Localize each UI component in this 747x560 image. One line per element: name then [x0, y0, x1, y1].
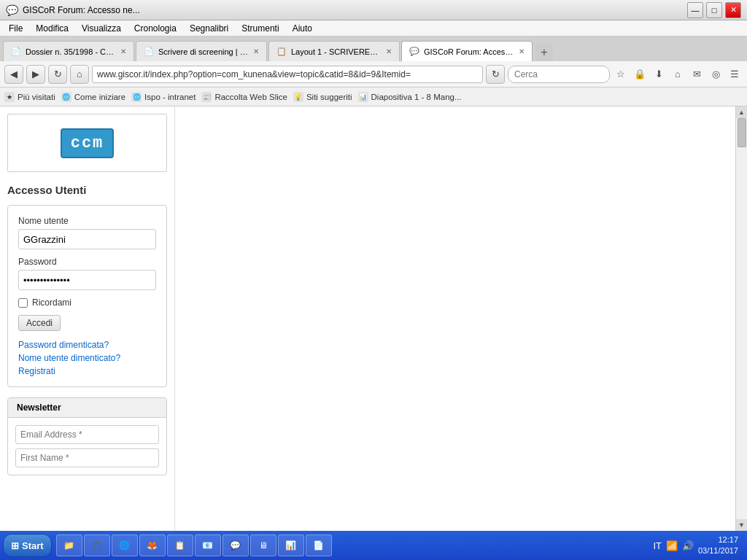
tab-2[interactable]: 📄 Scrivere di screening | Osservat... ✕	[136, 41, 267, 61]
password-input[interactable]	[18, 270, 156, 290]
clock-time: 12:17	[698, 534, 738, 545]
bookmark-siti[interactable]: 💡 Siti suggeriti	[293, 92, 352, 102]
pocket-icon[interactable]: ◎	[708, 66, 724, 82]
bookmark-ispo[interactable]: 🌐 Ispo - intranet	[131, 92, 196, 102]
menu-cronologia[interactable]: Cronologia	[128, 22, 182, 35]
bookmark-come-iniziare-label: Come iniziare	[74, 93, 125, 101]
sidebar: ccm Accesso Utenti Nome utente Password …	[0, 106, 175, 531]
bookmark-star-icon: ★	[4, 92, 15, 102]
search-input[interactable]	[508, 66, 610, 83]
bookmark-piu-visitati[interactable]: ★ Più visitati	[4, 92, 55, 102]
tab-3[interactable]: 📋 Layout 1 - SCRIVERE_DI_SCREE... ✕	[268, 41, 400, 61]
mail-icon[interactable]: ✉	[689, 66, 705, 82]
username-input[interactable]	[18, 229, 156, 249]
taskbar-item-acrobat[interactable]: 📄	[306, 534, 332, 556]
forgot-username-link[interactable]: Nome utente dimenticato?	[18, 353, 156, 363]
menu-icon[interactable]: ☰	[727, 66, 743, 82]
scroll-up-button[interactable]: ▲	[736, 106, 748, 118]
taskbar-ppt-icon: 📊	[285, 539, 298, 552]
main-content	[175, 106, 735, 531]
volume-icon[interactable]: 🔊	[682, 540, 694, 551]
close-button[interactable]: ✕	[725, 2, 741, 18]
menu-modifica[interactable]: Modifica	[30, 22, 74, 35]
windows-icon: ⊞	[11, 540, 19, 551]
remember-label[interactable]: Ricordami	[32, 298, 71, 308]
forgot-password-link[interactable]: Password dimenticata?	[18, 340, 156, 350]
window-title: GISCoR Forum: Accesso ne...	[23, 5, 140, 15]
register-link[interactable]: Registrati	[18, 366, 156, 376]
refresh-button[interactable]: ↻	[486, 65, 505, 84]
scroll-track	[737, 118, 747, 519]
minimize-button[interactable]: —	[687, 2, 703, 18]
start-label: Start	[22, 540, 44, 551]
clock-date: 03/11/2017	[698, 545, 738, 556]
lock-icon: 🔒	[632, 66, 648, 82]
remember-checkbox[interactable]	[18, 298, 28, 308]
bookmark-siti-label: Siti suggeriti	[306, 93, 352, 101]
download-icon[interactable]: ⬇	[651, 66, 667, 82]
reload-button[interactable]: ↻	[48, 65, 67, 84]
taskbar-item-media[interactable]: 🎵	[84, 534, 110, 556]
taskbar-item-ie[interactable]: 🌐	[112, 534, 138, 556]
bookmark-raccolta[interactable]: 📰 Raccolta Web Slice	[201, 92, 287, 102]
network-tray-icon: 📶	[666, 540, 678, 551]
login-links: Password dimenticata? Nome utente diment…	[18, 340, 156, 376]
bookmark-diapositiva-label: Diapositiva 1 - 8 Mang...	[371, 93, 462, 101]
tab-2-close[interactable]: ✕	[253, 47, 259, 55]
tab-1-close[interactable]: ✕	[120, 47, 126, 55]
bookmark-star-icon[interactable]: ☆	[613, 66, 629, 82]
bookmarks-bar: ★ Più visitati 🌐 Come iniziare 🌐 Ispo - …	[0, 88, 747, 106]
newsletter-header: Newsletter	[8, 398, 166, 418]
forward-button[interactable]: ▶	[26, 65, 45, 84]
scrollbar[interactable]: ▲ ▼	[735, 106, 747, 531]
page-area: ccm Accesso Utenti Nome utente Password …	[0, 106, 747, 531]
menu-file[interactable]: File	[3, 22, 28, 35]
tab-4-close[interactable]: ✕	[519, 47, 525, 55]
nav-bar: ◀ ▶ ↻ ⌂ ↻ ☆ 🔒 ⬇ ⌂ ✉ ◎ ☰	[0, 61, 747, 88]
logo-box: ccm	[7, 114, 167, 172]
sys-tray: IT 📶 🔊 12:17 03/11/2017	[647, 534, 744, 557]
taskbar-item-mail[interactable]: 📧	[195, 534, 221, 556]
home-button[interactable]: ⌂	[70, 65, 89, 84]
tab-4[interactable]: 💬 GISCoR Forum: Accesso ne... ✕	[401, 41, 533, 61]
tab-3-close[interactable]: ✕	[386, 47, 392, 55]
scroll-down-button[interactable]: ▼	[736, 519, 748, 531]
bookmark-ispo-label: Ispo - intranet	[144, 93, 196, 101]
keyboard-layout-indicator[interactable]: IT	[653, 540, 662, 551]
taskbar-skype-icon: 💬	[229, 539, 242, 552]
tab-1[interactable]: 📄 Dossier n. 35/1998 - Come ... ✕	[3, 41, 134, 61]
new-tab-button[interactable]: +	[535, 44, 553, 61]
maximize-button[interactable]: □	[706, 2, 722, 18]
menu-aiuto[interactable]: Aiuto	[287, 22, 318, 35]
newsletter-firstname-input[interactable]	[15, 448, 159, 467]
menu-visualizza[interactable]: Visualizza	[76, 22, 127, 35]
menu-bar: File Modifica Visualizza Cronologia Segn…	[0, 20, 747, 36]
taskbar-item-ppt[interactable]: 📊	[278, 534, 304, 556]
taskbar-items: 📁 🎵 🌐 🦊 📋 📧 💬 🖥	[56, 534, 646, 556]
login-button[interactable]: Accedi	[18, 315, 61, 331]
start-button[interactable]: ⊞ Start	[3, 534, 52, 557]
bookmark-globe-icon-1: 🌐	[61, 92, 71, 102]
tab-2-favicon: 📄	[144, 47, 154, 57]
taskbar-ie-icon: 🌐	[118, 539, 131, 552]
tab-2-label: Scrivere di screening | Osservat...	[158, 47, 249, 56]
tab-1-label: Dossier n. 35/1998 - Come ...	[26, 47, 116, 56]
bookmark-diapositiva[interactable]: 📊 Diapositiva 1 - 8 Mang...	[358, 92, 462, 102]
taskbar-item-virt[interactable]: 🖥	[250, 534, 276, 556]
taskbar-item-firefox[interactable]: 🦊	[139, 534, 166, 556]
taskbar-item-folder[interactable]: 📁	[56, 534, 82, 556]
tab-3-favicon: 📋	[276, 47, 287, 57]
remember-row: Ricordami	[18, 298, 156, 308]
taskbar-item-clipboard[interactable]: 📋	[167, 534, 193, 556]
newsletter-section: Newsletter	[7, 397, 167, 475]
newsletter-email-input[interactable]	[15, 425, 159, 444]
back-button[interactable]: ◀	[4, 65, 23, 84]
bookmark-come-iniziare[interactable]: 🌐 Come iniziare	[61, 92, 125, 102]
scroll-thumb[interactable]	[738, 118, 746, 147]
menu-segnalibri[interactable]: Segnalibri	[184, 22, 234, 35]
address-bar[interactable]	[92, 66, 483, 83]
taskbar-item-skype[interactable]: 💬	[222, 534, 249, 556]
home-nav-icon[interactable]: ⌂	[670, 66, 686, 82]
menu-strumenti[interactable]: Strumenti	[236, 22, 285, 35]
ccm-logo: ccm	[61, 128, 115, 158]
